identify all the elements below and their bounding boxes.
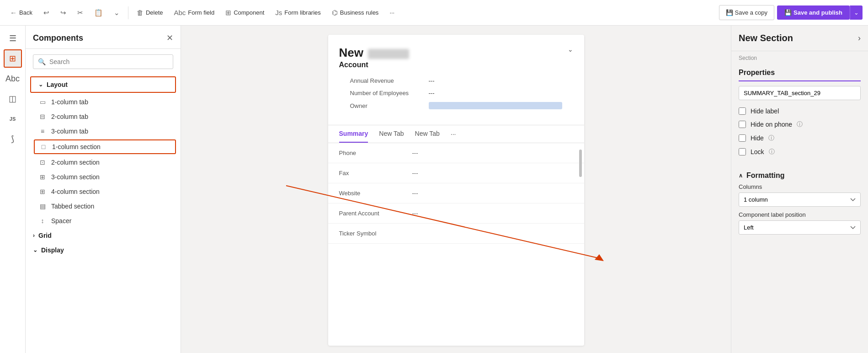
save-publish-button[interactable]: 💾 Save and publish: [777, 5, 850, 20]
business-rules-button[interactable]: ⌬ Business rules: [327, 6, 383, 20]
search-input[interactable]: [49, 58, 168, 65]
toolbar-right: 💾 Save a copy 💾 Save and publish ⌄: [719, 5, 863, 20]
list-item[interactable]: ⊟ 2-column tab: [26, 109, 181, 124]
one-col-section-item[interactable]: □ 1-column section: [34, 139, 176, 154]
js-icon: JS: [10, 116, 16, 122]
save-publish-icon: 💾: [784, 9, 792, 16]
form-libraries-button[interactable]: Js Form libraries: [271, 6, 325, 19]
table-row: Phone ---: [328, 143, 584, 163]
hide-info-icon[interactable]: ⓘ: [768, 134, 774, 142]
text-button[interactable]: Abc: [4, 70, 22, 88]
tab-more-button[interactable]: ···: [451, 130, 456, 138]
grid-group-header[interactable]: › Grid: [26, 228, 181, 243]
spacer-icon: ↕: [38, 217, 47, 225]
owner-label: Owner: [350, 102, 423, 109]
tabbed-section-icon: ▤: [38, 203, 47, 210]
grid-group-label: Grid: [38, 232, 52, 239]
list-item[interactable]: ⊡ 2-column section: [26, 155, 181, 170]
two-col-tab-label: 2-column tab: [51, 113, 88, 120]
table-row: Parent Account ---: [328, 203, 584, 224]
form-content: Phone --- Fax --- Website --- Parent Acc…: [328, 143, 584, 244]
props-section-label: Section: [731, 51, 868, 63]
save-copy-button[interactable]: 💾 Save a copy: [719, 5, 775, 20]
form-field-button[interactable]: Abc Form field: [169, 6, 219, 19]
form-field-row: Owner: [339, 99, 573, 112]
hide-on-phone-info-icon[interactable]: ⓘ: [797, 120, 803, 128]
list-item[interactable]: ▤ Tabbed section: [26, 199, 181, 214]
component-label-position-label: Component label position: [739, 211, 861, 218]
node-icon: ⟆: [11, 134, 14, 144]
tab-summary[interactable]: Summary: [339, 125, 368, 143]
hide-on-phone-checkbox[interactable]: [739, 121, 746, 128]
spacer-label: Spacer: [51, 217, 71, 225]
hide-label-checkbox-row[interactable]: Hide label: [739, 105, 861, 118]
scroll-indicator: [579, 143, 582, 244]
cut-button[interactable]: ✂: [73, 6, 88, 20]
list-item[interactable]: ⊞ 3-column section: [26, 170, 181, 184]
annual-revenue-label: Annual Revenue: [350, 77, 423, 84]
one-col-section-label: 1-column section: [52, 143, 101, 150]
form-title: New: [339, 46, 409, 60]
layers-icon: ◫: [9, 94, 16, 104]
component-label-position-select[interactable]: Left Right Top: [739, 220, 861, 235]
copy-button[interactable]: 📋: [90, 6, 107, 20]
paste-dropdown-button[interactable]: ⌄: [109, 6, 124, 20]
business-rules-icon: ⌬: [332, 9, 338, 17]
grid-chevron-icon: ›: [33, 232, 35, 239]
lock-text: Lock: [751, 148, 764, 155]
lock-info-icon[interactable]: ⓘ: [769, 148, 775, 156]
phone-label: Phone: [339, 150, 412, 156]
list-item[interactable]: ▭ 1-column tab: [26, 95, 181, 109]
form-field-row: Annual Revenue ---: [339, 75, 573, 87]
sidebar-icons: ☰ ⊞ Abc ◫ JS ⟆: [0, 26, 26, 353]
form-collapse-icon[interactable]: ⌄: [568, 46, 573, 53]
formatting-collapse-icon[interactable]: ∧: [739, 172, 743, 179]
layout-group-label: Layout: [47, 81, 68, 88]
panel-close-button[interactable]: ✕: [166, 33, 173, 43]
lock-checkbox[interactable]: [739, 148, 746, 155]
list-item[interactable]: ↕ Spacer: [26, 214, 181, 228]
text-icon: Abc: [5, 74, 20, 84]
more-options-button[interactable]: ···: [385, 6, 399, 19]
props-name-input[interactable]: [739, 86, 861, 100]
save-publish-group: 💾 Save and publish ⌄: [777, 5, 863, 20]
layout-group-header[interactable]: ⌄ Layout: [30, 76, 176, 93]
components-grid-icon: ⊞: [9, 53, 16, 64]
three-col-section-label: 3-column section: [51, 173, 100, 181]
form-title-blur: [368, 49, 409, 59]
redo-icon: ↪: [60, 9, 66, 17]
display-group-header[interactable]: ⌄ Display: [26, 243, 181, 257]
node-button[interactable]: ⟆: [4, 130, 22, 148]
props-expand-button[interactable]: ›: [858, 33, 861, 43]
website-label: Website: [339, 190, 412, 197]
tab-new-tab-1[interactable]: New Tab: [379, 125, 404, 143]
back-button[interactable]: ← Back: [5, 6, 37, 19]
tab-new-tab-2[interactable]: New Tab: [415, 125, 440, 143]
undo-button[interactable]: ↩: [39, 6, 54, 20]
hide-checkbox-row[interactable]: Hide ⓘ: [739, 131, 861, 145]
form-fields: Annual Revenue --- Number of Employees -…: [339, 69, 573, 118]
delete-button[interactable]: 🗑 Delete: [132, 6, 168, 19]
props-formatting-group: ∧ Formatting Columns 1 column 2 columns …: [731, 166, 868, 246]
one-col-tab-label: 1-column tab: [51, 98, 88, 106]
lock-checkbox-row[interactable]: Lock ⓘ: [739, 145, 861, 159]
one-col-section-icon: □: [39, 143, 48, 150]
component-button[interactable]: ⊞ Component: [221, 6, 269, 20]
form-field-row: Number of Employees ---: [339, 87, 573, 99]
search-box[interactable]: 🔍: [33, 54, 173, 69]
components-button[interactable]: ⊞: [4, 49, 22, 68]
layout-chevron-icon: ⌄: [38, 81, 43, 88]
hamburger-button[interactable]: ☰: [4, 29, 22, 48]
js-button[interactable]: JS: [4, 110, 22, 128]
hide-checkbox[interactable]: [739, 134, 746, 142]
component-label-position-field: Component label position Left Right Top: [739, 211, 861, 235]
hide-on-phone-checkbox-row[interactable]: Hide on phone ⓘ: [739, 118, 861, 131]
save-publish-dropdown-button[interactable]: ⌄: [850, 5, 863, 20]
layers-button[interactable]: ◫: [4, 90, 22, 108]
hide-label-checkbox[interactable]: [739, 107, 746, 115]
redo-button[interactable]: ↪: [56, 6, 71, 20]
list-item[interactable]: ≡ 3-column tab: [26, 124, 181, 139]
columns-select[interactable]: 1 column 2 columns 3 columns 4 columns: [739, 193, 861, 207]
props-panel-title: New Section: [739, 33, 793, 43]
list-item[interactable]: ⊞ 4-column section: [26, 184, 181, 199]
